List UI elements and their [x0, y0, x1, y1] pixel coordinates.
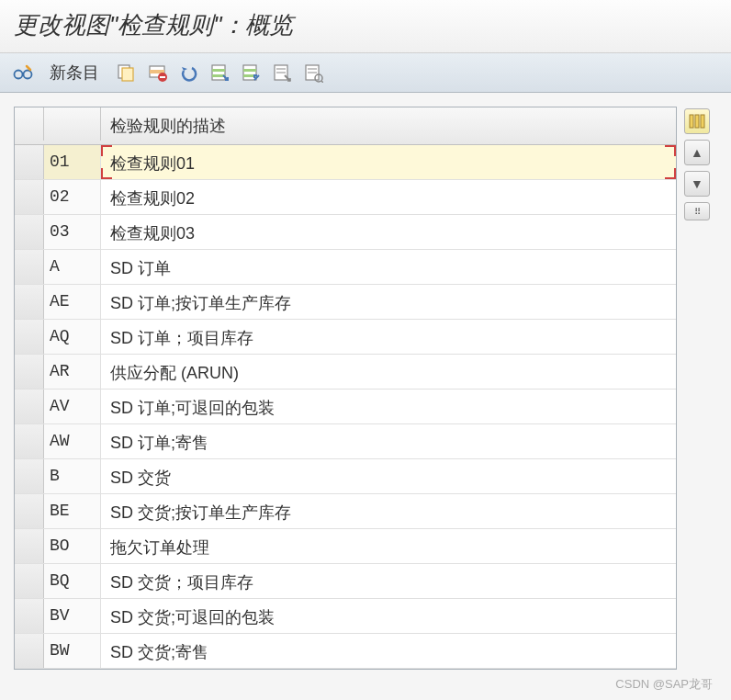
table-row[interactable]: BESD 交货;按订单生产库存	[15, 494, 676, 529]
row-desc-cell[interactable]: 拖欠订单处理	[101, 529, 676, 563]
column-config-button[interactable]	[684, 108, 710, 134]
table-row[interactable]: AESD 订单;按订单生产库存	[15, 285, 676, 320]
row-desc-cell[interactable]: SD 订单;按订单生产库存	[101, 285, 676, 319]
row-selector[interactable]	[15, 634, 44, 668]
watermark: CSDN @SAP龙哥	[615, 676, 713, 693]
row-code-cell[interactable]: BO	[44, 529, 101, 563]
row-desc-cell[interactable]: SD 订单;寄售	[101, 424, 676, 458]
row-desc-cell[interactable]: SD 交货;可退回的包装	[101, 599, 676, 633]
table-row[interactable]: 03检查规则03	[15, 215, 676, 250]
row-desc-cell[interactable]: SD 交货;寄售	[101, 634, 676, 668]
row-selector[interactable]	[15, 180, 44, 214]
row-selector[interactable]	[15, 599, 44, 633]
row-code-cell[interactable]: B	[44, 459, 101, 493]
row-code-cell[interactable]: BQ	[44, 564, 101, 598]
row-code-cell[interactable]: AV	[44, 390, 101, 423]
table-row[interactable]: BSD 交货	[15, 459, 676, 494]
page-title: 更改视图"检查规则"：概览	[0, 0, 731, 53]
row-code-cell[interactable]: AW	[44, 424, 101, 458]
table-row[interactable]: AVSD 订单;可退回的包装	[15, 390, 676, 424]
row-desc-cell[interactable]: SD 交货	[101, 459, 676, 493]
row-selector[interactable]	[15, 494, 44, 528]
copy-icon[interactable]	[114, 61, 138, 85]
svg-point-1	[24, 71, 32, 79]
row-code-cell[interactable]: AE	[44, 285, 101, 319]
table-row[interactable]: AR供应分配 (ARUN)	[15, 355, 676, 390]
svg-line-21	[321, 81, 323, 83]
header-code-col[interactable]	[44, 107, 101, 141]
table-row[interactable]: BO拖欠订单处理	[15, 529, 676, 564]
svg-rect-22	[690, 115, 693, 128]
row-selector[interactable]	[15, 564, 44, 598]
table-header: 检验规则的描述	[15, 107, 676, 145]
row-code-cell[interactable]: 03	[44, 215, 101, 249]
new-entry-button[interactable]: 新条目	[42, 62, 107, 84]
row-code-cell[interactable]: BW	[44, 634, 101, 668]
row-desc-cell[interactable]: 检查规则02	[101, 180, 676, 214]
svg-rect-24	[701, 115, 704, 128]
row-selector[interactable]	[15, 390, 44, 423]
table-row[interactable]: 01检查规则01	[15, 145, 676, 180]
svg-rect-12	[243, 69, 256, 72]
row-desc-cell[interactable]: SD 交货;按订单生产库存	[101, 494, 676, 528]
header-selector-col[interactable]	[15, 107, 44, 141]
row-desc-cell[interactable]: 检查规则01	[101, 145, 676, 179]
row-desc-cell[interactable]: SD 订单;可退回的包装	[101, 390, 676, 423]
row-code-cell[interactable]: BE	[44, 494, 101, 528]
deselect-all-icon[interactable]	[239, 61, 263, 85]
row-code-cell[interactable]: AQ	[44, 320, 101, 354]
svg-rect-3	[122, 68, 133, 81]
undo-icon[interactable]	[176, 61, 200, 85]
glasses-icon[interactable]	[11, 61, 35, 85]
toolbar: 新条目	[0, 53, 731, 93]
row-code-cell[interactable]: BV	[44, 599, 101, 633]
row-code-cell[interactable]: AR	[44, 355, 101, 389]
table-row[interactable]: AWSD 订单;寄售	[15, 424, 676, 459]
scroll-down-button[interactable]: ▼	[684, 171, 710, 197]
row-code-cell[interactable]: 01	[44, 145, 101, 179]
table-row[interactable]: BVSD 交货;可退回的包装	[15, 599, 676, 634]
scroll-handle[interactable]: ⠿	[684, 202, 710, 220]
row-selector[interactable]	[15, 320, 44, 354]
table-row[interactable]: BWSD 交货;寄售	[15, 634, 676, 669]
content-area: 检验规则的描述 01检查规则0102检查规则0203检查规则03ASD 订单AE…	[0, 93, 731, 670]
config-icon[interactable]	[270, 61, 294, 85]
table-row[interactable]: AQSD 订单；项目库存	[15, 320, 676, 355]
select-all-icon[interactable]	[208, 61, 231, 85]
svg-rect-9	[212, 69, 225, 72]
row-desc-cell[interactable]: 供应分配 (ARUN)	[101, 355, 676, 389]
svg-point-0	[15, 71, 23, 79]
row-desc-cell[interactable]: 检查规则03	[101, 215, 676, 249]
svg-rect-23	[695, 115, 699, 128]
rules-table: 检验规则的描述 01检查规则0102检查规则0203检查规则03ASD 订单AE…	[14, 107, 677, 670]
table-row[interactable]: ASD 订单	[15, 250, 676, 285]
row-desc-cell[interactable]: SD 订单	[101, 250, 676, 284]
row-desc-cell[interactable]: SD 订单；项目库存	[101, 320, 676, 354]
row-selector[interactable]	[15, 285, 44, 319]
svg-rect-7	[160, 76, 165, 78]
row-selector[interactable]	[15, 529, 44, 563]
row-selector[interactable]	[15, 424, 44, 458]
row-desc-cell[interactable]: SD 交货；项目库存	[101, 564, 676, 598]
print-icon[interactable]	[301, 61, 325, 85]
header-desc-col[interactable]: 检验规则的描述	[101, 107, 676, 144]
svg-rect-8	[212, 65, 225, 80]
table-row[interactable]: BQSD 交货；项目库存	[15, 564, 676, 599]
row-selector[interactable]	[15, 215, 44, 249]
side-controls: ▲ ▼ ⠿	[684, 107, 714, 670]
delete-row-icon[interactable]	[145, 61, 169, 85]
row-selector[interactable]	[15, 355, 44, 389]
row-code-cell[interactable]: A	[44, 250, 101, 284]
row-selector[interactable]	[15, 145, 44, 179]
row-selector[interactable]	[15, 250, 44, 284]
row-code-cell[interactable]: 02	[44, 180, 101, 214]
scroll-up-button[interactable]: ▲	[684, 140, 710, 165]
table-row[interactable]: 02检查规则02	[15, 180, 676, 215]
row-selector[interactable]	[15, 459, 44, 493]
